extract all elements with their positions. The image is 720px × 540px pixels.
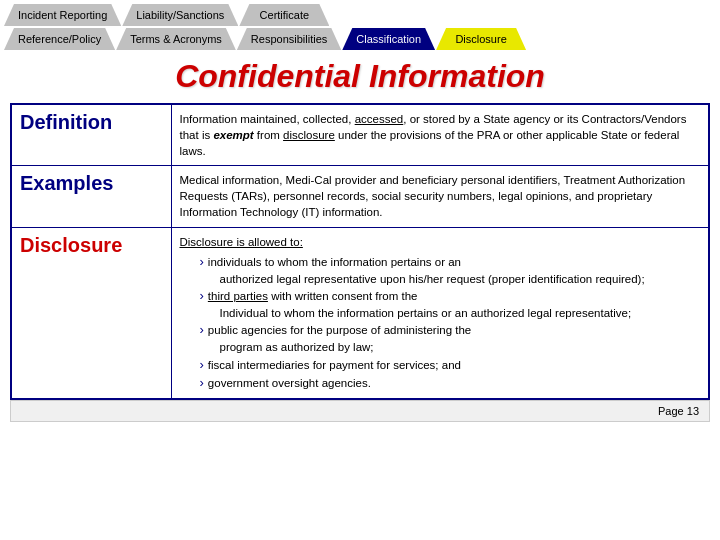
- examples-label: Examples: [11, 166, 171, 227]
- tab-row-1: Incident Reporting Liability/Sanctions C…: [4, 4, 716, 26]
- info-table: Definition Information maintained, colle…: [10, 103, 710, 400]
- tab-classification[interactable]: Classification: [342, 28, 435, 50]
- page-number: Page 13: [10, 400, 710, 422]
- disclosure-item-2: ›third parties with written consent from…: [180, 287, 701, 305]
- arrow-icon-2: ›: [200, 288, 204, 303]
- tab-disclosure[interactable]: Disclosure: [436, 28, 526, 50]
- disclosure-item-4: ›fiscal intermediaries for payment for s…: [180, 356, 701, 374]
- content-area: Definition Information maintained, colle…: [10, 103, 710, 400]
- disclosure-item-1: ›individuals to whom the information per…: [180, 253, 701, 271]
- arrow-icon-4: ›: [200, 357, 204, 372]
- page-title: Confidential Information: [0, 52, 720, 103]
- tab-row-2: Reference/Policy Terms & Acronyms Respon…: [4, 28, 716, 50]
- nav-wrapper: Incident Reporting Liability/Sanctions C…: [0, 0, 720, 50]
- tab-reference-policy[interactable]: Reference/Policy: [4, 28, 115, 50]
- disclosure-item-3: ›public agencies for the purpose of admi…: [180, 321, 701, 339]
- arrow-icon-3: ›: [200, 322, 204, 337]
- disclosure-item-5: ›government oversight agencies.: [180, 374, 701, 392]
- disclosure-row: Disclosure Disclosure is allowed to: ›in…: [11, 227, 709, 399]
- arrow-icon-5: ›: [200, 375, 204, 390]
- disclosure-intro: Disclosure is allowed to:: [180, 236, 303, 248]
- tab-rows: Incident Reporting Liability/Sanctions C…: [0, 0, 720, 50]
- disclosure-content: Disclosure is allowed to: ›individuals t…: [171, 227, 709, 399]
- definition-content: Information maintained, collected, acces…: [171, 104, 709, 166]
- tab-liability-sanctions[interactable]: Liability/Sanctions: [122, 4, 238, 26]
- disclosure-item-2a: Individual to whom the information perta…: [180, 305, 701, 321]
- tab-responsibilities[interactable]: Responsibilities: [237, 28, 341, 50]
- examples-content: Medical information, Medi-Cal provider a…: [171, 166, 709, 227]
- tab-certificate[interactable]: Certificate: [239, 4, 329, 26]
- arrow-icon-1: ›: [200, 254, 204, 269]
- tab-incident-reporting[interactable]: Incident Reporting: [4, 4, 121, 26]
- examples-row: Examples Medical information, Medi-Cal p…: [11, 166, 709, 227]
- disclosure-label: Disclosure: [11, 227, 171, 399]
- disclosure-item-3a: program as authorized by law;: [180, 339, 701, 355]
- tab-terms-acronyms[interactable]: Terms & Acronyms: [116, 28, 236, 50]
- definition-label: Definition: [11, 104, 171, 166]
- definition-row: Definition Information maintained, colle…: [11, 104, 709, 166]
- disclosure-item-1a: authorized legal representative upon his…: [180, 271, 701, 287]
